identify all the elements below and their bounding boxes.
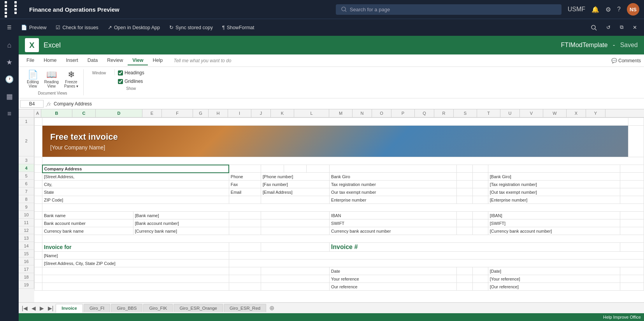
cell-i19[interactable]: Our reference: [329, 283, 456, 291]
cell-a11[interactable]: [35, 219, 42, 227]
tab-help[interactable]: Help: [148, 56, 167, 65]
tab-review[interactable]: Review: [102, 56, 128, 65]
cell-j5[interactable]: [457, 173, 472, 181]
cell-e17[interactable]: [229, 267, 261, 275]
row-num-17[interactable]: 17: [19, 265, 34, 273]
cell-m19-end[interactable]: [620, 283, 644, 291]
cell-i18[interactable]: Your reference: [329, 275, 456, 283]
cell-l7[interactable]: [Out tax exempt number]: [488, 188, 620, 196]
cell-m5-end[interactable]: [620, 173, 644, 181]
hamburger-menu[interactable]: ☰: [3, 23, 16, 32]
row-num-7[interactable]: 7: [19, 188, 34, 195]
cell-m18-end[interactable]: [620, 275, 644, 283]
cell-m7-end[interactable]: [620, 188, 644, 196]
row-num-12[interactable]: 12: [19, 226, 34, 234]
cell-m11-end[interactable]: [620, 219, 644, 227]
col-header-f[interactable]: F: [162, 109, 193, 117]
cell-a7[interactable]: [35, 188, 42, 196]
reading-view-button[interactable]: 📖 ReadingView: [42, 69, 61, 89]
show-format-button[interactable]: ¶ ShowFormat: [218, 23, 258, 32]
cell-f10[interactable]: [261, 212, 330, 219]
col-header-y[interactable]: Y: [586, 109, 605, 117]
tell-me-input[interactable]: Tell me what you want to do: [174, 58, 231, 63]
col-header-n[interactable]: N: [353, 109, 372, 117]
cell-b15[interactable]: [Name]: [42, 252, 229, 260]
help-icon[interactable]: ?: [617, 6, 621, 13]
cell-i14[interactable]: Invoice #: [329, 243, 620, 252]
headings-checkbox-label[interactable]: Headings: [118, 70, 144, 75]
cell-i17[interactable]: Date: [329, 267, 456, 275]
cell-a14[interactable]: [35, 243, 42, 252]
cell-a18[interactable]: [35, 275, 42, 283]
col-header-w[interactable]: W: [543, 109, 567, 117]
cell-a13[interactable]: [35, 235, 42, 243]
tab-insert[interactable]: Insert: [61, 56, 83, 65]
editing-view-button[interactable]: 📄 EditingView: [25, 69, 41, 89]
cell-k19[interactable]: [472, 283, 488, 291]
col-header-d[interactable]: D: [96, 109, 142, 117]
cell-b18[interactable]: [42, 275, 229, 283]
cell-i10[interactable]: IBAN: [329, 212, 456, 219]
col-header-v[interactable]: V: [520, 109, 543, 117]
col-header-r[interactable]: R: [434, 109, 454, 117]
cell-b9-end[interactable]: [42, 204, 644, 212]
search-icon-toolbar[interactable]: [587, 23, 601, 32]
tab-home[interactable]: Home: [39, 56, 61, 65]
cell-b7[interactable]: State: [42, 188, 229, 196]
freeze-panes-button[interactable]: ❄ FreezePanes ▾: [62, 69, 80, 89]
cell-l4[interactable]: [488, 165, 620, 173]
row-num-19[interactable]: 19: [19, 281, 34, 289]
col-header-x[interactable]: X: [567, 109, 586, 117]
sheet-tab-giro-bbs[interactable]: Giro_BBS: [111, 304, 142, 312]
cell-e12[interactable]: [229, 227, 261, 235]
cell-l19[interactable]: [Our reference]: [488, 283, 620, 291]
cell-j8[interactable]: [457, 196, 472, 204]
sheet-tab-giro-esr-red[interactable]: Giro_ESR_Red: [224, 304, 266, 312]
cell-m8-end[interactable]: [620, 196, 644, 204]
sheet-nav-first[interactable]: |◀: [20, 305, 29, 311]
row-num-18[interactable]: 18: [19, 273, 34, 281]
cell-m14-end[interactable]: [620, 243, 644, 252]
cell-i11[interactable]: SWIFT: [329, 219, 456, 227]
col-header-h[interactable]: H: [209, 109, 228, 117]
sidebar-workspaces-icon[interactable]: ▦: [2, 89, 17, 104]
col-header-l[interactable]: L: [294, 109, 329, 117]
cell-b10[interactable]: Bank name: [42, 212, 133, 219]
cell-k4[interactable]: [472, 165, 488, 173]
cell-m17-end[interactable]: [620, 267, 644, 275]
col-header-c[interactable]: C: [72, 109, 96, 117]
sheet-nav-next[interactable]: ▶: [38, 305, 46, 311]
cell-k11[interactable]: [472, 219, 488, 227]
cell-f17[interactable]: [261, 267, 330, 275]
cell-f11[interactable]: [261, 219, 330, 227]
cell-k10[interactable]: [472, 212, 488, 219]
cell-a16[interactable]: [35, 260, 42, 267]
restore-button[interactable]: ↺: [602, 23, 614, 32]
col-header-t[interactable]: T: [477, 109, 500, 117]
cell-e8[interactable]: [229, 196, 261, 204]
cell-a10[interactable]: [35, 212, 42, 219]
cell-i7[interactable]: Our tax exempt number: [329, 188, 456, 196]
cell-a5[interactable]: [35, 173, 42, 181]
cell-j10[interactable]: [457, 212, 472, 219]
cell-k18[interactable]: [472, 275, 488, 283]
cell-e7[interactable]: Email: [229, 188, 261, 196]
headings-checkbox[interactable]: [118, 70, 123, 75]
cell-b11[interactable]: Bank account number: [42, 219, 133, 227]
check-issues-button[interactable]: ☑ Check for issues: [52, 23, 102, 32]
cell-e14[interactable]: [229, 243, 261, 252]
col-header-p[interactable]: P: [391, 109, 415, 117]
cell-m12-end[interactable]: [620, 227, 644, 235]
cell-reference-input[interactable]: [20, 100, 44, 108]
row-num-3[interactable]: 3: [19, 156, 34, 164]
cell-f19[interactable]: [261, 283, 330, 291]
cell-k7[interactable]: [472, 188, 488, 196]
col-header-q[interactable]: Q: [415, 109, 434, 117]
col-header-u[interactable]: U: [500, 109, 520, 117]
sheet-tab-invoice[interactable]: Invoice: [56, 304, 83, 313]
sidebar-favorites-icon[interactable]: ★: [2, 54, 17, 70]
cell-d12[interactable]: [Currency bank name]: [133, 227, 229, 235]
cell-i12[interactable]: Currency bank account number: [329, 227, 456, 235]
cell-a19[interactable]: [35, 283, 42, 291]
cell-b13-end[interactable]: [42, 235, 644, 243]
